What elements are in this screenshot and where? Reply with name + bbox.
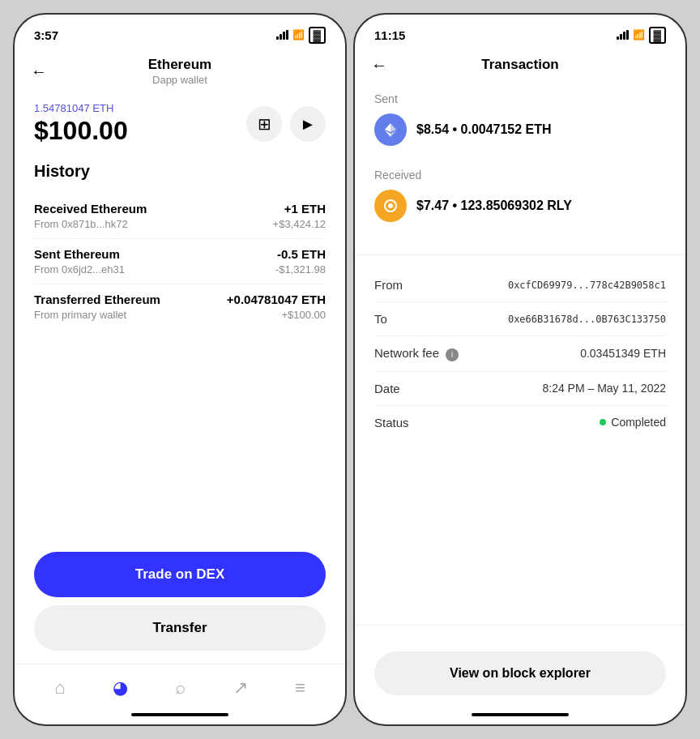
tx-address-1: From 0x6jd2...eh31: [34, 263, 125, 276]
status-icons-2: 📶 ▓: [617, 27, 666, 44]
tx-amount-group-1: -0.5 ETH -$1,321.98: [275, 247, 326, 276]
home-bar-2: [472, 713, 569, 716]
phone-wallet: 3:57 📶 ▓ ← Ethereum Dapp wallet: [13, 13, 347, 726]
status-bar-2: 11:15 📶 ▓: [355, 15, 685, 50]
nav-portfolio[interactable]: ◕: [103, 674, 138, 702]
from-value: 0xcfCD69979...778c42B9058c1: [508, 280, 666, 291]
received-section: Received $7.47 • 123.85069302 RLY: [355, 165, 685, 241]
send-button[interactable]: ►: [290, 106, 326, 142]
eth-icon: [374, 113, 407, 146]
tx-address-0: From 0x871b...hk72: [34, 218, 147, 230]
nav-home[interactable]: ⌂: [45, 674, 75, 702]
tx-left-0: Received Ethereum From 0x871b...hk72: [34, 202, 147, 230]
to-value: 0xe66B31678d...0B763C133750: [508, 314, 666, 325]
home-indicator-1: [15, 708, 345, 724]
history-title: History: [34, 162, 326, 181]
tx-item-0[interactable]: Received Ethereum From 0x871b...hk72 +1 …: [34, 194, 326, 239]
balance-eth: 1.54781047 ETH: [34, 102, 128, 114]
tx-address-2: From primary wallet: [34, 309, 160, 321]
nav-menu[interactable]: ≡: [285, 674, 315, 702]
from-label: From: [374, 278, 403, 292]
tx-usd-0: +$3,424.12: [273, 218, 326, 230]
search-icon: ⌕: [175, 677, 186, 698]
tx-usd-1: -$1,321.98: [275, 263, 326, 276]
tx-header: ← Transaction: [355, 50, 685, 79]
bottom-nav: ⌂ ◕ ⌕ ↗ ≡: [15, 664, 345, 708]
detail-status: Status Completed: [374, 406, 666, 439]
nav-search[interactable]: ⌕: [165, 674, 195, 702]
header-title-group: Ethereum Dapp wallet: [148, 57, 211, 86]
fee-value: 0.03451349 ETH: [580, 347, 666, 360]
trending-icon: ↗: [233, 677, 248, 698]
bottom-actions: Trade on DEX Transfer: [15, 539, 345, 664]
back-button[interactable]: ←: [31, 62, 47, 81]
fee-label: Network fee i: [374, 346, 459, 361]
qr-icon: ⊞: [258, 114, 271, 134]
time-1: 3:57: [34, 28, 58, 42]
pie-chart-icon: ◕: [113, 677, 128, 698]
sent-section: Sent $8.54 • 0.0047152 ETH: [355, 79, 685, 165]
tx-header-title: Transaction: [481, 57, 558, 73]
nav-trending[interactable]: ↗: [224, 674, 258, 702]
tx-item-2[interactable]: Transferred Ethereum From primary wallet…: [34, 284, 326, 329]
view-explorer-button[interactable]: View on block explorer: [374, 651, 666, 695]
received-amount: $7.47 • 123.85069302 RLY: [416, 199, 572, 213]
sent-token-row: $8.54 • 0.0047152 ETH: [374, 113, 666, 146]
tx-left-1: Sent Ethereum From 0x6jd2...eh31: [34, 247, 125, 276]
home-bar-1: [131, 713, 228, 716]
status-label: Status: [374, 416, 409, 429]
tx-label-1: Sent Ethereum: [34, 247, 125, 261]
tx-header-title-group: Transaction: [481, 57, 558, 73]
to-label: To: [374, 312, 387, 326]
qr-button[interactable]: ⊞: [246, 106, 282, 142]
bottom-divider: [355, 625, 685, 626]
tx-amount-group-2: +0.04781047 ETH +$100.00: [227, 293, 326, 321]
received-token-row: $7.47 • 123.85069302 RLY: [374, 190, 666, 222]
status-bar-1: 3:57 📶 ▓: [15, 15, 345, 50]
tx-amount-0: +1 ETH: [273, 202, 326, 216]
balance-section: 1.54781047 ETH $100.00 ⊞ ►: [15, 92, 345, 156]
status-value: Completed: [600, 416, 666, 429]
send-icon: ►: [300, 115, 316, 134]
svg-point-5: [388, 203, 393, 208]
rly-icon: [374, 190, 407, 222]
wallet-subtitle: Dapp wallet: [148, 74, 211, 86]
trade-dex-button[interactable]: Trade on DEX: [34, 552, 326, 597]
svg-marker-0: [391, 123, 396, 132]
tx-left-2: Transferred Ethereum From primary wallet: [34, 293, 160, 321]
phone-transaction: 11:15 📶 ▓ ← Transaction Sent: [353, 13, 687, 726]
history-section: History Received Ethereum From 0x871b...…: [15, 156, 345, 539]
tx-amount-group-0: +1 ETH +$3,424.12: [273, 202, 326, 230]
battery-icon-2: ▓: [649, 27, 666, 44]
tx-label-0: Received Ethereum: [34, 202, 147, 216]
info-icon[interactable]: i: [446, 348, 459, 361]
detail-to: To 0xe66B31678d...0B763C133750: [374, 302, 666, 336]
sent-label: Sent: [374, 92, 666, 105]
balance-left: 1.54781047 ETH $100.00: [34, 102, 128, 146]
status-icons-1: 📶 ▓: [276, 27, 326, 44]
tx-item-1[interactable]: Sent Ethereum From 0x6jd2...eh31 -0.5 ET…: [34, 239, 326, 284]
wallet-title: Ethereum: [148, 57, 211, 73]
transfer-button[interactable]: Transfer: [34, 605, 326, 651]
wallet-header: ← Ethereum Dapp wallet: [15, 50, 345, 92]
wifi-icon: 📶: [292, 29, 305, 41]
signal-icon: [276, 30, 288, 40]
home-indicator-2: [355, 708, 685, 724]
battery-icon: ▓: [309, 27, 326, 44]
date-label: Date: [374, 382, 400, 395]
home-icon: ⌂: [54, 677, 65, 698]
svg-marker-1: [385, 123, 391, 132]
tx-amount-1: -0.5 ETH: [275, 247, 326, 261]
menu-icon: ≡: [295, 677, 305, 698]
balance-actions: ⊞ ►: [246, 106, 326, 142]
signal-icon-2: [617, 30, 629, 40]
wifi-icon-2: 📶: [633, 29, 645, 41]
details-section: From 0xcfCD69979...778c42B9058c1 To 0xe6…: [355, 268, 685, 439]
tx-usd-2: +$100.00: [227, 309, 326, 321]
green-dot: [600, 419, 606, 425]
received-label: Received: [374, 169, 666, 182]
detail-date: Date 8:24 PM – May 11, 2022: [374, 372, 666, 406]
tx-label-2: Transferred Ethereum: [34, 293, 160, 306]
tx-amount-2: +0.04781047 ETH: [227, 293, 326, 306]
back-button-2[interactable]: ←: [371, 56, 387, 75]
